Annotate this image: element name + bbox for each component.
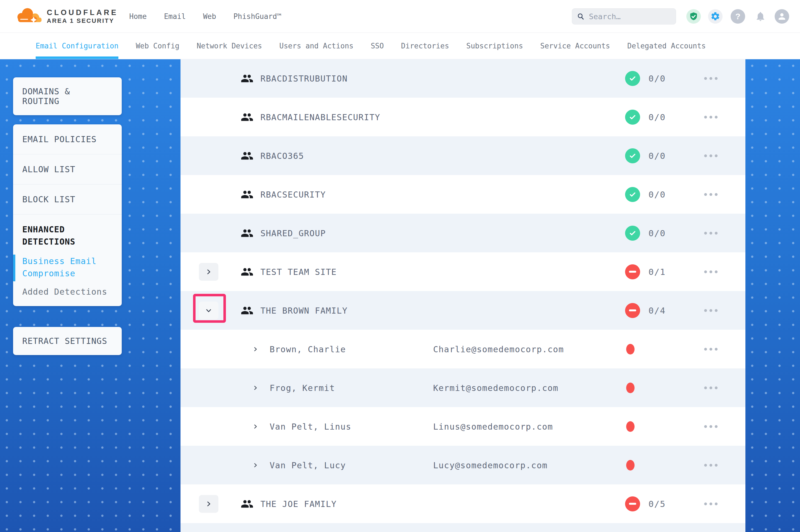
tab-delegated-accounts[interactable]: Delegated Accounts [627,33,706,59]
sidebar-item-retract-settings[interactable]: RETRACT SETTINGS [13,327,122,355]
group-icon [241,149,254,162]
more-actions-button[interactable] [702,423,720,430]
group-icon [241,497,254,510]
status-dot [626,421,635,432]
group-name: SHARED_GROUP [260,228,326,238]
more-actions-button[interactable] [702,230,720,237]
brand-subtitle: AREA 1 SECURITY [47,17,118,25]
expand-button[interactable] [199,495,218,513]
group-icon [241,227,254,240]
more-actions-button[interactable] [702,191,720,198]
group-name: RBACDISTRUBUTION [260,74,348,83]
user-icon[interactable] [775,9,789,24]
sidebar-item-allow-list[interactable]: ALLOW LIST [13,154,122,185]
table-row[interactable]: THE BROWN FAMILY 0/4 [181,291,745,330]
member-count: 0/1 [649,267,666,277]
tab-email-configuration[interactable]: Email Configuration [36,33,119,59]
help-icon[interactable]: ? [731,9,745,24]
member-email: Lucy@somedemocorp.com [433,460,548,470]
member-email: Linus@somedemocorp.com [433,421,553,431]
table-row[interactable]: SHARED_GROUP 0/0 [181,214,745,252]
sidebar-item-added-detections[interactable]: Added Detections [22,287,112,297]
group-name: THE JOE FAMILY [260,499,337,509]
table-row[interactable]: RBACO365 0/0 [181,136,745,175]
tab-users-and-actions[interactable]: Users and Actions [279,33,353,59]
more-actions-button[interactable] [702,500,720,508]
tab-directories[interactable]: Directories [401,33,449,59]
status-ok-badge [625,71,640,86]
nav-item-web[interactable]: Web [203,12,216,21]
cloudflare-logo[interactable]: CLOUDFLARE AREA 1 SECURITY [16,2,118,29]
more-actions-button[interactable] [702,75,720,82]
member-email: Kermit@somedemocorp.com [433,383,559,393]
nav-item-phishguard[interactable]: PhishGuard™ [233,12,281,21]
search-box[interactable] [572,8,676,24]
shield-check-icon[interactable] [686,9,701,24]
table-row-partial [181,523,745,532]
table-row[interactable]: TEST TEAM SITE 0/1 [181,252,745,291]
sidebar-item-block-list[interactable]: BLOCK LIST [13,185,122,214]
table-row[interactable]: RBACSECURITY 0/0 [181,175,745,214]
table-row[interactable]: THE JOE FAMILY 0/5 [181,484,745,523]
groups-list: RBACDISTRUBUTION 0/0 RBACMAILENABLESECUR… [181,59,745,532]
chevron-right-icon [205,500,212,508]
left-sidebar-panel: DOMAINS & ROUTING EMAIL POLICIES ALLOW L… [0,59,181,532]
status-ok-badge [625,226,640,241]
table-row[interactable]: RBACMAILENABLESECURITY 0/0 [181,98,745,136]
group-icon [241,188,254,201]
more-actions-button[interactable] [702,462,720,469]
right-decor-panel [745,59,800,532]
enhanced-detections-section: ENHANCED DETECTIONS Business Email Compr… [13,214,122,306]
section-tab-strip: Email Configuration Web Config Network D… [0,33,800,59]
member-chevron-icon[interactable] [252,346,259,353]
more-actions-button[interactable] [702,114,720,121]
tab-network-devices[interactable]: Network Devices [197,33,262,59]
tab-subscriptions[interactable]: Subscriptions [466,33,523,59]
table-row[interactable]: RBACDISTRUBUTION 0/0 [181,59,745,98]
cloudflare-cloud-icon [16,2,44,29]
tab-web-config[interactable]: Web Config [136,33,179,59]
annotation-highlight-box [193,294,226,323]
nav-item-email[interactable]: Email [164,12,186,21]
member-row[interactable]: Frog, Kermit Kermit@somedemocorp.com [181,368,745,407]
member-chevron-icon[interactable] [252,384,259,391]
member-email: Charlie@somedemocorp.com [433,344,564,354]
group-name: RBACO365 [260,151,304,160]
member-chevron-icon[interactable] [252,423,259,430]
more-actions-button[interactable] [702,152,720,159]
group-name: TEST TEAM SITE [260,267,337,277]
bell-icon[interactable] [753,9,768,24]
status-dot [626,383,635,393]
group-icon [241,111,254,124]
sidebar-item-business-email-compromise[interactable]: Business Email Compromise [22,255,112,280]
app-window: CLOUDFLARE AREA 1 SECURITY Home Email We… [0,0,800,532]
more-actions-button[interactable] [702,346,720,353]
group-icon [241,72,254,85]
member-count: 0/0 [649,228,666,238]
member-chevron-icon[interactable] [252,462,259,469]
member-name: Frog, Kermit [270,383,335,393]
more-actions-button[interactable] [702,307,720,314]
status-ok-badge [625,187,640,202]
tab-service-accounts[interactable]: Service Accounts [540,33,610,59]
top-nav: Home Email Web PhishGuard™ [129,0,281,33]
sidebar-policies-card: EMAIL POLICIES ALLOW LIST BLOCK LIST ENH… [13,125,122,306]
group-name: RBACSECURITY [260,189,326,199]
tab-sso[interactable]: SSO [371,33,384,59]
expand-button[interactable] [199,263,218,281]
group-icon [241,265,254,278]
more-actions-button[interactable] [702,268,720,276]
member-row[interactable]: Brown, Charlie Charlie@somedemocorp.com [181,330,745,368]
status-blocked-badge [625,496,640,511]
more-actions-button[interactable] [702,384,720,392]
sidebar-item-domains-routing[interactable]: DOMAINS & ROUTING [13,77,122,115]
nav-item-home[interactable]: Home [129,12,147,21]
member-row[interactable]: Van Pelt, Lucy Lucy@somedemocorp.com [181,446,745,484]
status-blocked-badge [625,303,640,318]
gear-icon[interactable] [708,9,723,24]
search-icon [577,12,584,21]
member-row[interactable]: Van Pelt, Linus Linus@somedemocorp.com [181,407,745,446]
sidebar-item-email-policies[interactable]: EMAIL POLICIES [13,125,122,154]
search-input[interactable] [589,12,671,21]
member-count: 0/4 [649,305,666,316]
